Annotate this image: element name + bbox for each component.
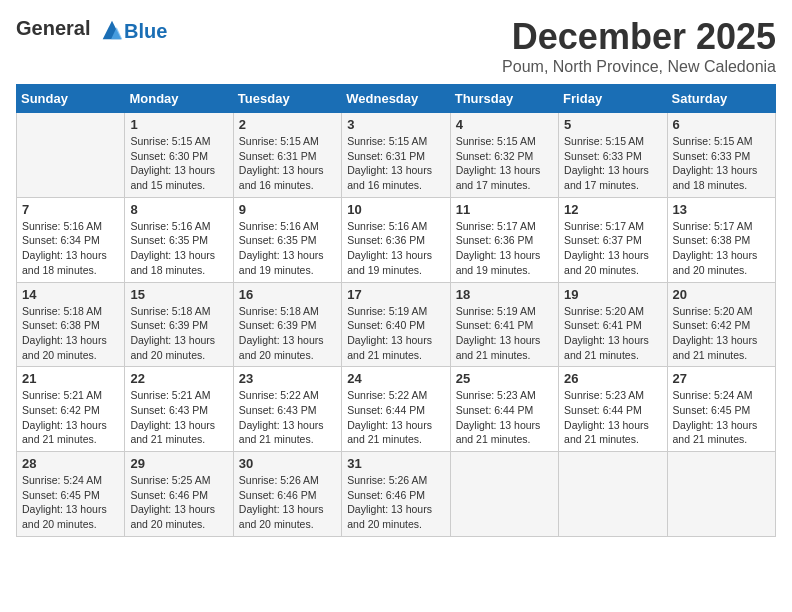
day-info: Sunrise: 5:15 AMSunset: 6:33 PMDaylight:… — [564, 134, 661, 193]
logo: General Blue — [16, 16, 167, 44]
column-header-wednesday: Wednesday — [342, 85, 450, 113]
calendar-cell: 15Sunrise: 5:18 AMSunset: 6:39 PMDayligh… — [125, 282, 233, 367]
day-number: 4 — [456, 117, 553, 132]
day-number: 11 — [456, 202, 553, 217]
day-info: Sunrise: 5:19 AMSunset: 6:41 PMDaylight:… — [456, 304, 553, 363]
day-info: Sunrise: 5:15 AMSunset: 6:32 PMDaylight:… — [456, 134, 553, 193]
day-info: Sunrise: 5:15 AMSunset: 6:31 PMDaylight:… — [347, 134, 444, 193]
calendar-week-row: 28Sunrise: 5:24 AMSunset: 6:45 PMDayligh… — [17, 452, 776, 537]
calendar-cell — [450, 452, 558, 537]
day-number: 20 — [673, 287, 770, 302]
calendar-cell: 9Sunrise: 5:16 AMSunset: 6:35 PMDaylight… — [233, 197, 341, 282]
calendar-cell: 16Sunrise: 5:18 AMSunset: 6:39 PMDayligh… — [233, 282, 341, 367]
day-info: Sunrise: 5:23 AMSunset: 6:44 PMDaylight:… — [564, 388, 661, 447]
day-info: Sunrise: 5:26 AMSunset: 6:46 PMDaylight:… — [347, 473, 444, 532]
calendar-cell: 23Sunrise: 5:22 AMSunset: 6:43 PMDayligh… — [233, 367, 341, 452]
day-number: 3 — [347, 117, 444, 132]
column-header-tuesday: Tuesday — [233, 85, 341, 113]
column-header-monday: Monday — [125, 85, 233, 113]
calendar-cell: 14Sunrise: 5:18 AMSunset: 6:38 PMDayligh… — [17, 282, 125, 367]
calendar-cell: 1Sunrise: 5:15 AMSunset: 6:30 PMDaylight… — [125, 113, 233, 198]
day-number: 22 — [130, 371, 227, 386]
day-info: Sunrise: 5:20 AMSunset: 6:41 PMDaylight:… — [564, 304, 661, 363]
column-header-saturday: Saturday — [667, 85, 775, 113]
header: General Blue December 2025 Poum, North P… — [16, 16, 776, 76]
day-number: 24 — [347, 371, 444, 386]
day-info: Sunrise: 5:24 AMSunset: 6:45 PMDaylight:… — [22, 473, 119, 532]
day-number: 9 — [239, 202, 336, 217]
day-number: 8 — [130, 202, 227, 217]
day-number: 5 — [564, 117, 661, 132]
day-info: Sunrise: 5:21 AMSunset: 6:42 PMDaylight:… — [22, 388, 119, 447]
calendar-week-row: 21Sunrise: 5:21 AMSunset: 6:42 PMDayligh… — [17, 367, 776, 452]
calendar-cell: 6Sunrise: 5:15 AMSunset: 6:33 PMDaylight… — [667, 113, 775, 198]
day-info: Sunrise: 5:16 AMSunset: 6:36 PMDaylight:… — [347, 219, 444, 278]
day-info: Sunrise: 5:18 AMSunset: 6:39 PMDaylight:… — [130, 304, 227, 363]
calendar-cell: 21Sunrise: 5:21 AMSunset: 6:42 PMDayligh… — [17, 367, 125, 452]
logo-icon — [98, 16, 126, 44]
day-number: 6 — [673, 117, 770, 132]
month-title: December 2025 — [502, 16, 776, 58]
day-info: Sunrise: 5:17 AMSunset: 6:38 PMDaylight:… — [673, 219, 770, 278]
calendar-cell: 30Sunrise: 5:26 AMSunset: 6:46 PMDayligh… — [233, 452, 341, 537]
day-number: 27 — [673, 371, 770, 386]
day-number: 30 — [239, 456, 336, 471]
day-number: 12 — [564, 202, 661, 217]
column-header-sunday: Sunday — [17, 85, 125, 113]
day-number: 25 — [456, 371, 553, 386]
day-number: 17 — [347, 287, 444, 302]
day-number: 2 — [239, 117, 336, 132]
calendar-cell: 11Sunrise: 5:17 AMSunset: 6:36 PMDayligh… — [450, 197, 558, 282]
day-number: 31 — [347, 456, 444, 471]
calendar-cell: 25Sunrise: 5:23 AMSunset: 6:44 PMDayligh… — [450, 367, 558, 452]
location: Poum, North Province, New Caledonia — [502, 58, 776, 76]
day-info: Sunrise: 5:19 AMSunset: 6:40 PMDaylight:… — [347, 304, 444, 363]
calendar-cell: 22Sunrise: 5:21 AMSunset: 6:43 PMDayligh… — [125, 367, 233, 452]
calendar-cell: 4Sunrise: 5:15 AMSunset: 6:32 PMDaylight… — [450, 113, 558, 198]
title-area: December 2025 Poum, North Province, New … — [502, 16, 776, 76]
calendar-cell: 10Sunrise: 5:16 AMSunset: 6:36 PMDayligh… — [342, 197, 450, 282]
day-number: 19 — [564, 287, 661, 302]
day-number: 28 — [22, 456, 119, 471]
calendar-week-row: 7Sunrise: 5:16 AMSunset: 6:34 PMDaylight… — [17, 197, 776, 282]
calendar-cell: 13Sunrise: 5:17 AMSunset: 6:38 PMDayligh… — [667, 197, 775, 282]
calendar-cell: 12Sunrise: 5:17 AMSunset: 6:37 PMDayligh… — [559, 197, 667, 282]
day-number: 1 — [130, 117, 227, 132]
day-info: Sunrise: 5:16 AMSunset: 6:35 PMDaylight:… — [239, 219, 336, 278]
day-number: 10 — [347, 202, 444, 217]
day-info: Sunrise: 5:23 AMSunset: 6:44 PMDaylight:… — [456, 388, 553, 447]
logo-blue: Blue — [124, 20, 167, 43]
calendar-cell: 28Sunrise: 5:24 AMSunset: 6:45 PMDayligh… — [17, 452, 125, 537]
day-number: 16 — [239, 287, 336, 302]
day-info: Sunrise: 5:18 AMSunset: 6:38 PMDaylight:… — [22, 304, 119, 363]
day-info: Sunrise: 5:26 AMSunset: 6:46 PMDaylight:… — [239, 473, 336, 532]
calendar-table: SundayMondayTuesdayWednesdayThursdayFrid… — [16, 84, 776, 537]
calendar-cell: 24Sunrise: 5:22 AMSunset: 6:44 PMDayligh… — [342, 367, 450, 452]
day-info: Sunrise: 5:17 AMSunset: 6:37 PMDaylight:… — [564, 219, 661, 278]
calendar-cell — [559, 452, 667, 537]
day-number: 15 — [130, 287, 227, 302]
calendar-cell: 29Sunrise: 5:25 AMSunset: 6:46 PMDayligh… — [125, 452, 233, 537]
day-info: Sunrise: 5:15 AMSunset: 6:30 PMDaylight:… — [130, 134, 227, 193]
calendar-cell: 3Sunrise: 5:15 AMSunset: 6:31 PMDaylight… — [342, 113, 450, 198]
day-info: Sunrise: 5:25 AMSunset: 6:46 PMDaylight:… — [130, 473, 227, 532]
day-info: Sunrise: 5:18 AMSunset: 6:39 PMDaylight:… — [239, 304, 336, 363]
day-info: Sunrise: 5:16 AMSunset: 6:35 PMDaylight:… — [130, 219, 227, 278]
calendar-cell: 27Sunrise: 5:24 AMSunset: 6:45 PMDayligh… — [667, 367, 775, 452]
day-number: 18 — [456, 287, 553, 302]
day-info: Sunrise: 5:20 AMSunset: 6:42 PMDaylight:… — [673, 304, 770, 363]
day-number: 21 — [22, 371, 119, 386]
day-number: 29 — [130, 456, 227, 471]
logo-text: General — [16, 16, 126, 44]
calendar-cell — [17, 113, 125, 198]
day-info: Sunrise: 5:24 AMSunset: 6:45 PMDaylight:… — [673, 388, 770, 447]
calendar-cell: 2Sunrise: 5:15 AMSunset: 6:31 PMDaylight… — [233, 113, 341, 198]
column-header-friday: Friday — [559, 85, 667, 113]
day-info: Sunrise: 5:15 AMSunset: 6:31 PMDaylight:… — [239, 134, 336, 193]
calendar-cell: 18Sunrise: 5:19 AMSunset: 6:41 PMDayligh… — [450, 282, 558, 367]
calendar-cell — [667, 452, 775, 537]
calendar-cell: 20Sunrise: 5:20 AMSunset: 6:42 PMDayligh… — [667, 282, 775, 367]
calendar-cell: 8Sunrise: 5:16 AMSunset: 6:35 PMDaylight… — [125, 197, 233, 282]
calendar-cell: 17Sunrise: 5:19 AMSunset: 6:40 PMDayligh… — [342, 282, 450, 367]
calendar-week-row: 14Sunrise: 5:18 AMSunset: 6:38 PMDayligh… — [17, 282, 776, 367]
